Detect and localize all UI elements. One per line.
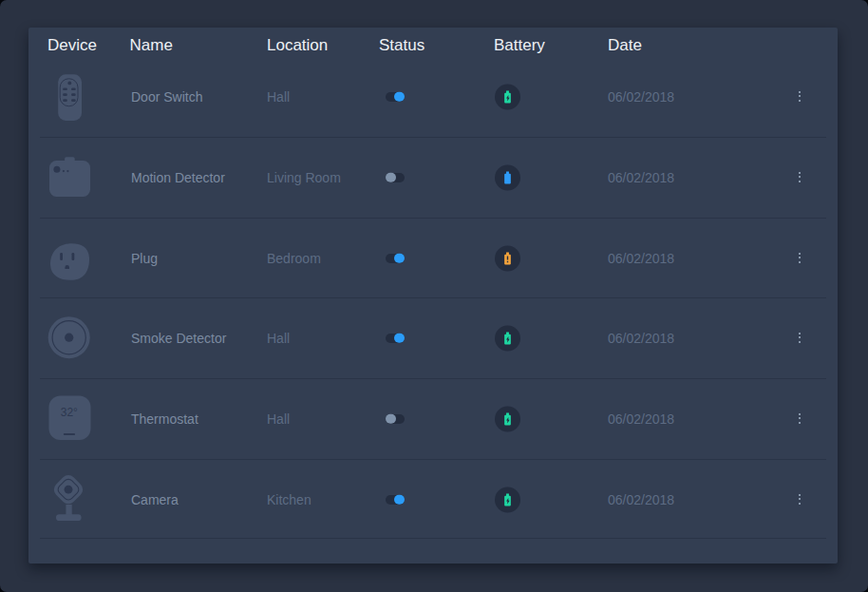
- svg-text:32°: 32°: [61, 406, 78, 419]
